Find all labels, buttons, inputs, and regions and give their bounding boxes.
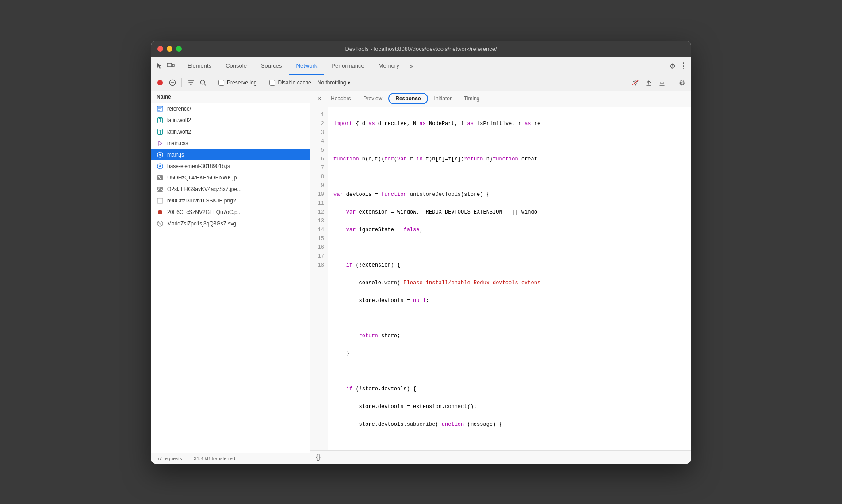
code-content: import { d as directive, N as NodePart, … (328, 107, 691, 450)
file-item-base-element[interactable]: base-element-3018901b.js (151, 160, 310, 172)
line-num-14: 14 (310, 225, 328, 234)
tab-elements[interactable]: Elements (180, 57, 218, 75)
file-item-svg[interactable]: MadqZslZpo1sj3qQ3GsZ.svg (151, 218, 310, 229)
line-numbers: 1 2 3 4 5 6 7 8 9 10 11 12 13 (310, 107, 328, 450)
file-item-img-4[interactable]: 20E6CLcSzNV2GELQu7oC.p... (151, 206, 310, 218)
line-num-4: 4 (310, 137, 328, 146)
file-name: h90CtfziXluvh1LSSKJE.png?... (167, 198, 240, 204)
close-response-button[interactable]: × (314, 95, 325, 102)
file-name: main.css (167, 140, 188, 146)
file-item-latin-woff-2[interactable]: T latin.woff2 (151, 126, 310, 137)
status-separator: | (187, 456, 188, 461)
file-item-main-js[interactable]: main.js (151, 149, 310, 160)
file-name: 20E6CLcSzNV2GELQu7oC.p... (167, 209, 242, 215)
clear-button[interactable] (167, 77, 178, 88)
file-name: latin.woff2 (167, 117, 191, 123)
disable-cache-label: Disable cache (278, 80, 311, 86)
throttle-selector[interactable]: No throttling ▾ (316, 80, 352, 86)
code-line-11: store.devtools = null; (333, 296, 685, 305)
throttle-label: No throttling (318, 80, 346, 86)
tab-sources[interactable]: Sources (254, 57, 289, 75)
file-item-main-css[interactable]: main.css (151, 137, 310, 149)
toolbar-settings-icon[interactable]: ⚙ (677, 77, 687, 88)
code-line-18: store.devtools.subscribe(function (messa… (333, 420, 685, 429)
record-button[interactable] (155, 77, 165, 88)
toolbar-separator-4 (672, 78, 672, 87)
minimize-button[interactable] (167, 46, 172, 52)
preserve-log-checkbox[interactable] (218, 80, 224, 86)
file-icon-html (157, 105, 164, 112)
line-num-17: 17 (310, 252, 328, 261)
main-tab-list: Elements Console Sources Network Perform… (180, 57, 670, 75)
svg-line-6 (204, 84, 206, 85)
file-name: U5OHzQL4tEKFr6OFIxWK.jp... (167, 175, 241, 181)
device-toggle-icon[interactable] (166, 61, 175, 70)
tab-headers[interactable]: Headers (325, 91, 357, 107)
file-icon-svg (157, 220, 164, 227)
file-item-reference[interactable]: reference/ (151, 103, 310, 115)
file-item-img-2[interactable]: O2slJEHG9avKV4aqzSx7.jpe... (151, 183, 310, 195)
disable-cache-checkbox[interactable] (269, 80, 275, 86)
line-num-18: 18 (310, 261, 328, 270)
tab-console[interactable]: Console (218, 57, 254, 75)
file-list: reference/ T latin.woff2 T latin.woff2 (151, 103, 310, 453)
code-viewer[interactable]: 1 2 3 4 5 6 7 8 9 10 11 12 13 (310, 107, 691, 450)
traffic-lights (157, 46, 182, 52)
network-toolbar: Preserve log Disable cache No throttling… (151, 75, 691, 91)
request-count: 57 requests (157, 456, 182, 461)
svg-point-15 (159, 154, 161, 156)
format-button[interactable]: {} (316, 453, 321, 461)
line-num-1: 1 (310, 111, 328, 119)
line-num-15: 15 (310, 234, 328, 243)
line-num-6: 6 (310, 155, 328, 164)
tab-preview[interactable]: Preview (357, 91, 389, 107)
code-line-16: if (!store.devtools) { (333, 385, 685, 393)
tab-timing[interactable]: Timing (458, 91, 486, 107)
toolbar-separator-1 (181, 78, 182, 87)
tab-network[interactable]: Network (289, 57, 325, 75)
settings-icon[interactable]: ⚙ (670, 62, 676, 70)
tab-initiator[interactable]: Initiator (428, 91, 458, 107)
toolbar-separator-2 (212, 78, 212, 87)
tab-memory[interactable]: Memory (371, 57, 406, 75)
upload-icon[interactable] (643, 77, 654, 88)
file-icon-img-4 (157, 209, 164, 216)
cursor-icon[interactable] (155, 61, 164, 70)
code-line-17: store.devtools = extension.connect(); (333, 402, 685, 411)
nav-icons (155, 61, 175, 70)
code-line-7: var ignoreState = false; (333, 225, 685, 234)
tab-performance[interactable]: Performance (324, 57, 371, 75)
search-button[interactable] (198, 77, 208, 88)
file-item-img-1[interactable]: U5OHzQL4tEKFr6OFIxWK.jp... (151, 172, 310, 183)
file-item-latin-woff-1[interactable]: T latin.woff2 (151, 115, 310, 126)
line-num-7: 7 (310, 164, 328, 172)
throttle-dropdown-icon: ▾ (348, 80, 350, 86)
download-icon[interactable] (657, 77, 667, 88)
line-num-2: 2 (310, 119, 328, 128)
line-num-8: 8 (310, 172, 328, 181)
code-line-1: import { d as directive, N as NodePart, … (333, 119, 685, 128)
toolbar-right-icons: ⚙ (630, 77, 687, 88)
file-name: main.js (167, 152, 184, 158)
window-title: DevTools - localhost:8080/docs/devtools/… (345, 46, 497, 52)
tab-response[interactable]: Response (388, 93, 428, 104)
preserve-log-group: Preserve log (216, 80, 259, 86)
toolbar-separator-3 (263, 78, 263, 87)
maximize-button[interactable] (176, 46, 182, 52)
filter-button[interactable] (185, 77, 196, 88)
more-vert-icon[interactable]: ⋮ (679, 61, 687, 71)
wifi-icon[interactable] (630, 77, 641, 88)
code-line-10: console.warn('Please install/enable Redu… (333, 279, 685, 287)
code-line-8 (333, 243, 685, 252)
devtools-main-content: Name reference/ T latin.woff2 (151, 91, 691, 464)
close-button[interactable] (157, 46, 163, 52)
svg-point-5 (200, 80, 204, 84)
svg-rect-20 (157, 187, 163, 192)
svg-rect-22 (157, 198, 163, 203)
file-name: MadqZslZpo1sj3qQ3GsZ.svg (167, 221, 236, 227)
svg-point-21 (158, 187, 160, 189)
file-icon-img-1 (157, 174, 164, 181)
more-tabs-button[interactable]: » (406, 63, 417, 69)
file-item-img-3[interactable]: h90CtfziXluvh1LSSKJE.png?... (151, 195, 310, 206)
code-line-13: return store; (333, 332, 685, 340)
